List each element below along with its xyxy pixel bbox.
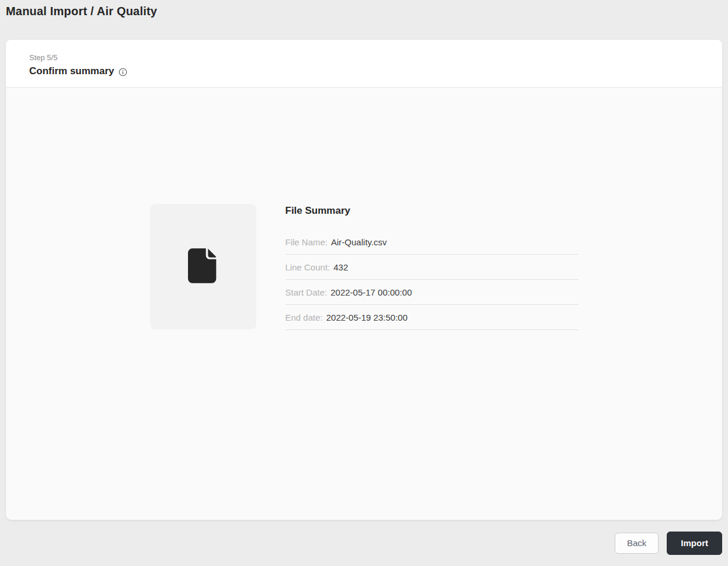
summary-row-file-name: File Name: Air-Quality.csv bbox=[285, 230, 579, 255]
page-header: Manual Import / Air Quality bbox=[0, 0, 728, 40]
summary-row-end-date: End date: 2022-05-19 23:50:00 bbox=[285, 305, 579, 330]
info-circle-icon[interactable] bbox=[119, 68, 127, 77]
wizard-step-header: Step 5/5 Confirm summary bbox=[6, 40, 722, 88]
summary-row-start-date: Start Date: 2022-05-17 00:00:00 bbox=[285, 280, 579, 305]
file-summary-block: File Summary File Name: Air-Quality.csv … bbox=[150, 204, 579, 330]
wizard-content-area: File Summary File Name: Air-Quality.csv … bbox=[6, 88, 722, 520]
import-button[interactable]: Import bbox=[667, 532, 722, 555]
wizard-footer: Back Import bbox=[0, 520, 728, 566]
step-title: Confirm summary bbox=[29, 65, 114, 77]
row-label: Start Date: bbox=[285, 287, 328, 297]
row-value: 2022-05-19 23:50:00 bbox=[326, 312, 407, 322]
page-title: Manual Import / Air Quality bbox=[6, 5, 722, 18]
back-button[interactable]: Back bbox=[615, 533, 659, 554]
row-label: End date: bbox=[285, 312, 323, 322]
file-preview-placeholder bbox=[150, 204, 256, 329]
file-summary-rows: File Name: Air-Quality.csv Line Count: 4… bbox=[285, 230, 579, 330]
row-value: Air-Quality.csv bbox=[331, 237, 387, 247]
row-label: Line Count: bbox=[285, 262, 330, 272]
row-value: 2022-05-17 00:00:00 bbox=[330, 287, 412, 297]
row-label: File Name: bbox=[285, 237, 328, 247]
file-summary-panel: File Summary File Name: Air-Quality.csv … bbox=[285, 204, 579, 330]
row-value: 432 bbox=[333, 262, 348, 272]
file-document-icon bbox=[188, 248, 218, 286]
step-indicator: Step 5/5 bbox=[29, 53, 699, 62]
summary-row-line-count: Line Count: 432 bbox=[285, 255, 579, 280]
file-summary-heading: File Summary bbox=[285, 204, 579, 217]
import-wizard-card: Step 5/5 Confirm summary bbox=[6, 40, 722, 520]
